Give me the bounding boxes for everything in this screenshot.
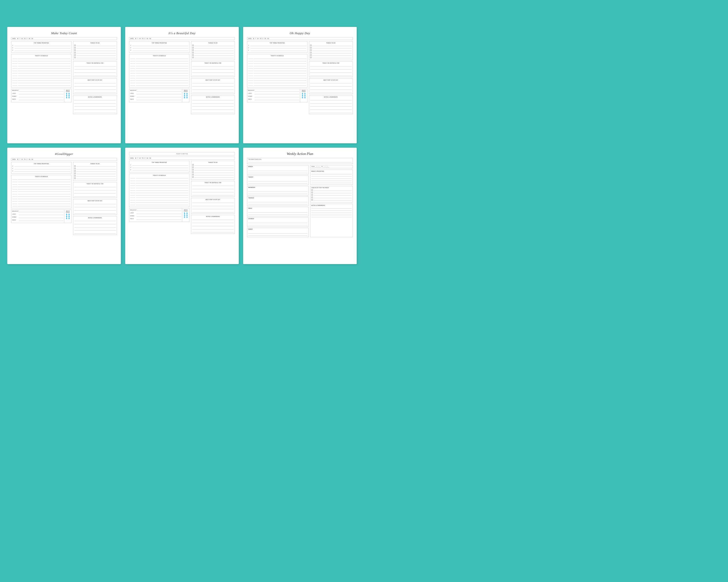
date-row-2: DATE: MTWTHFSASU bbox=[129, 37, 235, 40]
weekly-right-col: FROM ___/___/___ TO ___/___/___ WEEK'S P… bbox=[310, 165, 353, 237]
notes-section-2: NOTES & REMINDERS bbox=[191, 95, 235, 114]
left-col-4: TOP THREE PRIORITIES 1 2 3 TODAY'S SCHED… bbox=[11, 162, 72, 235]
notes-section-3: NOTES & REMINDERS bbox=[309, 95, 353, 114]
main-cols-5: TOP THREE PRIORITIES 1 2 3 TODAY'S SCHED… bbox=[129, 161, 235, 234]
thursday-row: THURSDAY bbox=[247, 196, 309, 206]
best-part-section-1: BEST PART OF MY DAY bbox=[73, 78, 117, 94]
page-weekly-action-plan: Weekly Action Plan THIS WEEK'S MAIN GOAL… bbox=[243, 148, 357, 264]
right-col-1: THINGS TO-DO TODAY I'M GRATEFUL FOR bbox=[73, 41, 117, 114]
schedule-section-1: TODAY'S SCHEDULE bbox=[11, 54, 72, 87]
left-col-3: TOP THREE PRIORITIES 1 2 3 TODAY'S SCHED… bbox=[247, 41, 308, 114]
page-oh-happy-day: Oh Happy Day DATE: MTWTHFSASU TOP THREE … bbox=[243, 27, 357, 143]
right-col-3: THINGS TO-DO TODAY I'M GRATEFUL FOR bbox=[309, 41, 353, 114]
main-cols-4: TOP THREE PRIORITIES 1 2 3 TODAY'S SCHED… bbox=[11, 162, 117, 235]
priority-1-1: 1 bbox=[12, 45, 70, 46]
motive-banner: TODAY'S MOTIVE bbox=[129, 152, 235, 156]
schedule-section-5: TODAY'S SCHEDULE bbox=[129, 174, 189, 207]
meals-section-2: BREAKFAST LUNCH DINNER SNACK WATER INTAK… bbox=[129, 89, 189, 102]
weekly-days-col: MONDAY TUESDAY WEDNESDAY THURSDAY bbox=[247, 165, 309, 237]
weekly-goal-label: THIS WEEK'S MAIN GOAL: bbox=[248, 159, 352, 160]
page-beautiful-day: It's a Beautiful Day DATE: MTWTHFSASU TO… bbox=[125, 27, 239, 143]
best-part-section-3: BEST PART OF MY DAY bbox=[309, 78, 353, 94]
schedule-section-3: TODAY'S SCHEDULE bbox=[247, 54, 308, 87]
right-col-4: THINGS TO-DO TODAY I'M GRATEFUL FOR bbox=[73, 162, 117, 235]
todo-section-1: THINGS TO-DO bbox=[73, 41, 117, 60]
best-part-section-5: BEST PART OF MY DAY bbox=[191, 198, 235, 214]
priority-1-2: 2 bbox=[12, 47, 70, 49]
grateful-label-1: TODAY I'M GRATEFUL FOR bbox=[74, 62, 116, 64]
water-col-1: WATER INTAKE 💧💧 💧💧 💧💧 bbox=[64, 89, 71, 102]
days-row-1: MTWTHFSASU bbox=[17, 38, 33, 39]
main-cols-1: TOP THREE PRIORITIES 1 2 3 TODAY'S SCHED… bbox=[11, 41, 117, 114]
page2-title: It's a Beautiful Day bbox=[129, 31, 235, 35]
meals-section-4: BREAKFAST LUNCH DINNER SNACK WATER INTAK… bbox=[11, 210, 72, 223]
checklist-section: CHECKLIST FOR THE WEEK bbox=[310, 186, 353, 202]
tuesday-row: TUESDAY bbox=[247, 175, 309, 185]
notes-section-5: NOTES & REMINDERS bbox=[191, 215, 235, 234]
todo-section-3: THINGS TO-DO bbox=[309, 41, 353, 60]
priorities-section-1: TOP THREE PRIORITIES 1 2 3 bbox=[11, 41, 72, 53]
right-col-5: THINGS TO-DO TODAY I'M GRATEFUL FOR bbox=[191, 161, 235, 234]
priorities-section-2: TOP THREE PRIORITIES 1 2 3 bbox=[129, 41, 189, 53]
page-todays-motive: TODAY'S MOTIVE DATE: MTWTHFSASU TOP THRE… bbox=[125, 148, 239, 264]
meals-section-1: BREAKFAST LUNCH DINNER SNACK WATER INTAK… bbox=[11, 89, 72, 102]
grateful-section-4: TODAY I'M GRATEFUL FOR bbox=[73, 182, 117, 198]
main-cols-2: TOP THREE PRIORITIES 1 2 3 TODAY'S SCHED… bbox=[129, 41, 235, 114]
meals-col-1: BREAKFAST LUNCH DINNER SNACK bbox=[11, 89, 64, 102]
grateful-section-1: TODAY I'M GRATEFUL FOR bbox=[73, 61, 117, 77]
page-goal-digger: #GoalDigger DATE: MTWTHFSASU TOP THREE P… bbox=[7, 148, 121, 264]
todo-section-5: THINGS TO-DO bbox=[191, 161, 235, 180]
schedule-label-1: TODAY'S SCHEDULE bbox=[12, 55, 70, 56]
right-col-2: THINGS TO-DO TODAY I'M GRATEFUL FOR bbox=[191, 41, 235, 114]
left-col-2: TOP THREE PRIORITIES 1 2 3 TODAY'S SCHED… bbox=[129, 41, 189, 114]
todo-label-1: THINGS TO-DO bbox=[74, 43, 116, 44]
date-row-5: DATE: MTWTHFSASU bbox=[129, 157, 235, 160]
date-label-1: DATE: bbox=[12, 38, 16, 39]
date-row-4: DATE: MTWTHFSASU bbox=[11, 158, 117, 161]
notes-label-1: NOTES & REMINDERS bbox=[74, 96, 116, 98]
meals-section-5: BREAKFAST LUNCH DINNER SNACK WATER INTAK… bbox=[129, 208, 189, 222]
priorities-section-3: TOP THREE PRIORITIES 1 2 3 bbox=[247, 41, 308, 53]
todo-section-4: THINGS TO-DO bbox=[73, 162, 117, 181]
left-col-1: TOP THREE PRIORITIES 1 2 3 TODAY'S SCHED… bbox=[11, 41, 72, 114]
schedule-section-4: TODAY'S SCHEDULE bbox=[11, 175, 72, 208]
page-make-today-count: Make Today Count DATE: MTWTHFSASU TOP TH… bbox=[7, 27, 121, 143]
priorities-section-5: TOP THREE PRIORITIES 1 2 3 bbox=[129, 161, 189, 172]
best-part-section-4: BEST PART OF MY DAY bbox=[73, 199, 117, 215]
left-col-5: TOP THREE PRIORITIES 1 2 3 TODAY'S SCHED… bbox=[129, 161, 189, 234]
schedule-section-2: TODAY'S SCHEDULE bbox=[129, 54, 189, 87]
weekly-main: MONDAY TUESDAY WEDNESDAY THURSDAY bbox=[247, 165, 353, 237]
monday-row: MONDAY bbox=[247, 165, 309, 175]
todo-section-2: THINGS TO-DO bbox=[191, 41, 235, 60]
page3-title: Oh Happy Day bbox=[247, 31, 353, 35]
date-row-1: DATE: MTWTHFSASU bbox=[11, 37, 117, 40]
weekly-goal-section: THIS WEEK'S MAIN GOAL: bbox=[247, 158, 353, 164]
week-priorities-section: WEEK'S PRIORITIES bbox=[310, 169, 353, 185]
priority-1-3: 3 bbox=[12, 49, 70, 51]
saturday-row: SATURDAY bbox=[247, 217, 309, 227]
best-part-section-2: BEST PART OF MY DAY bbox=[191, 78, 235, 94]
meals-section-3: BREAKFAST LUNCH DINNER SNACK WATER INTAK… bbox=[247, 89, 308, 102]
weekly-notes-section: NOTES & REMINDERS bbox=[310, 204, 353, 237]
grateful-section-5: TODAY I'M GRATEFUL FOR bbox=[191, 181, 235, 197]
page1-title: Make Today Count bbox=[11, 31, 117, 35]
sunday-row: SUNDAY bbox=[247, 228, 309, 237]
notes-section-4: NOTES & REMINDERS bbox=[73, 216, 117, 235]
priorities-label-1: TOP THREE PRIORITIES bbox=[12, 43, 70, 44]
page4-title: #GoalDigger bbox=[11, 152, 117, 156]
page-grid: Make Today Count DATE: MTWTHFSASU TOP TH… bbox=[7, 27, 357, 264]
priorities-section-4: TOP THREE PRIORITIES 1 2 3 bbox=[11, 162, 72, 174]
grateful-section-3: TODAY I'M GRATEFUL FOR bbox=[309, 61, 353, 77]
grateful-section-2: TODAY I'M GRATEFUL FOR bbox=[191, 61, 235, 77]
notes-section-1: NOTES & REMINDERS bbox=[73, 95, 117, 114]
date-range: FROM ___/___/___ TO ___/___/___ bbox=[310, 165, 353, 168]
main-cols-3: TOP THREE PRIORITIES 1 2 3 TODAY'S SCHED… bbox=[247, 41, 353, 114]
wednesday-row: WEDNESDAY bbox=[247, 186, 309, 195]
weekly-title: Weekly Action Plan bbox=[247, 152, 353, 156]
date-row-3: DATE: MTWTHFSASU bbox=[247, 37, 353, 40]
friday-row: FRIDAY bbox=[247, 207, 309, 216]
best-part-label-1: BEST PART OF MY DAY bbox=[74, 80, 116, 81]
